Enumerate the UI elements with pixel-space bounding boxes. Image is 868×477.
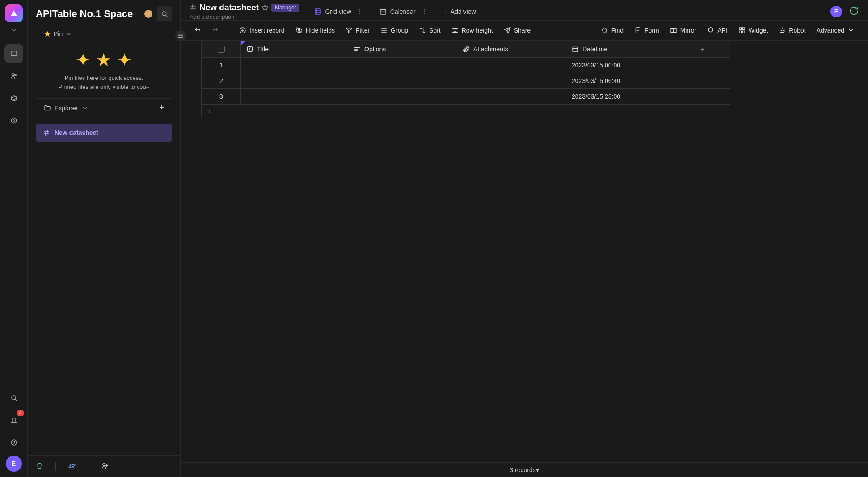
add-row-button[interactable]: + bbox=[202, 105, 730, 119]
sidebar-search-button[interactable] bbox=[157, 6, 172, 21]
chevron-down-icon bbox=[65, 30, 72, 38]
view-tab-grid-label: Grid view bbox=[325, 8, 351, 15]
cell-title[interactable] bbox=[241, 58, 348, 73]
explorer-add-button[interactable]: + bbox=[159, 103, 164, 113]
cell-datetime[interactable]: 2023/03/15 23:00 bbox=[566, 89, 675, 104]
svg-rect-59 bbox=[674, 28, 676, 32]
notification-badge: 4 bbox=[17, 410, 24, 416]
rail-chevron-down-icon[interactable] bbox=[10, 27, 17, 35]
cell-title[interactable] bbox=[241, 89, 348, 104]
rail-help-icon[interactable] bbox=[4, 433, 23, 452]
user-avatar[interactable]: E bbox=[830, 6, 842, 17]
column-header-options[interactable]: Options bbox=[348, 41, 457, 57]
table-row[interactable]: 3 2023/03/15 23:00 bbox=[202, 89, 730, 105]
workspace-status-icon[interactable]: ⟋ bbox=[144, 10, 152, 18]
footer-trash-icon[interactable] bbox=[36, 462, 43, 471]
share-button[interactable]: Share bbox=[499, 24, 535, 37]
row-number[interactable]: 2 bbox=[202, 73, 241, 88]
find-button[interactable]: Find bbox=[597, 24, 628, 37]
hash-icon bbox=[43, 129, 50, 136]
footer-planet-icon[interactable] bbox=[68, 462, 76, 471]
svg-point-3 bbox=[14, 74, 16, 76]
cell-options[interactable] bbox=[348, 58, 457, 73]
cell-attachments[interactable] bbox=[457, 58, 566, 73]
filter-button[interactable]: Filter bbox=[341, 24, 374, 37]
redo-button[interactable] bbox=[207, 24, 223, 37]
rail-explore-icon[interactable] bbox=[4, 89, 23, 108]
sidebar-file-new-datasheet[interactable]: New datasheet bbox=[36, 124, 172, 142]
row-height-button[interactable]: Row height bbox=[447, 24, 497, 37]
cell-attachments[interactable] bbox=[457, 73, 566, 88]
table-row[interactable]: 2 2023/03/15 06:40 bbox=[202, 73, 730, 89]
svg-rect-0 bbox=[11, 51, 17, 55]
cell-datetime[interactable]: 2023/03/15 00:00 bbox=[566, 58, 675, 73]
toolbar-right: Find Form Mirror API Widget Robot Advanc… bbox=[597, 24, 859, 37]
view-tab-grid[interactable]: Grid view ⋮ bbox=[308, 4, 371, 19]
view-tab-grid-menu[interactable]: ⋮ bbox=[355, 8, 365, 15]
add-view-button[interactable]: + Add view bbox=[437, 4, 482, 19]
top-row: New datasheet Manager Add a description … bbox=[181, 0, 868, 20]
rail-workspace-icon[interactable] bbox=[4, 44, 23, 63]
cell-options[interactable] bbox=[348, 73, 457, 88]
view-tab-calendar[interactable]: Calendar ⋮ bbox=[373, 4, 435, 19]
sidebar-footer bbox=[28, 455, 180, 477]
cell-attachments[interactable] bbox=[457, 89, 566, 104]
sidebar-pin-header[interactable]: Pin bbox=[36, 28, 172, 42]
rail-settings-icon[interactable] bbox=[4, 111, 23, 130]
svg-line-30 bbox=[194, 5, 194, 10]
column-header-title[interactable]: Title bbox=[241, 41, 348, 57]
refresh-icon[interactable] bbox=[849, 6, 859, 17]
row-number[interactable]: 3 bbox=[202, 89, 241, 104]
header-checkbox-cell[interactable] bbox=[202, 41, 241, 57]
group-button[interactable]: Group bbox=[376, 24, 413, 37]
add-column-button[interactable]: + bbox=[675, 41, 729, 57]
column-header-datetime[interactable]: Datetime bbox=[566, 41, 675, 57]
undo-button[interactable] bbox=[190, 24, 206, 37]
cell-title[interactable] bbox=[241, 73, 348, 88]
row-number[interactable]: 1 bbox=[202, 58, 241, 73]
svg-marker-6 bbox=[11, 118, 16, 123]
svg-line-54 bbox=[606, 32, 607, 33]
insert-record-button[interactable]: Insert record bbox=[235, 24, 289, 37]
svg-point-66 bbox=[781, 30, 782, 31]
rail-notifications-icon[interactable]: 4 bbox=[4, 411, 23, 430]
rail-avatar[interactable]: E bbox=[6, 456, 22, 472]
advanced-button[interactable]: Advanced bbox=[812, 24, 859, 37]
svg-line-29 bbox=[192, 5, 192, 10]
mirror-button[interactable]: Mirror bbox=[666, 24, 701, 37]
app-logo[interactable] bbox=[5, 4, 23, 22]
top-right: E bbox=[830, 6, 859, 17]
api-button[interactable]: API bbox=[703, 24, 732, 37]
table-row[interactable]: 1 2023/03/15 00:00 bbox=[202, 58, 730, 73]
cell-options[interactable] bbox=[348, 89, 457, 104]
favorite-star-icon[interactable] bbox=[261, 4, 269, 11]
select-all-checkbox[interactable] bbox=[218, 46, 225, 53]
role-tag: Manager bbox=[271, 4, 299, 12]
sidebar-explorer-header[interactable]: Explorer + bbox=[36, 98, 172, 117]
svg-rect-62 bbox=[742, 28, 745, 30]
svg-line-17 bbox=[45, 130, 46, 135]
svg-line-13 bbox=[166, 15, 167, 17]
dropdown-caret-icon: ▾ bbox=[536, 466, 539, 473]
pin-empty-state: ✦ ★ ✦ Pin files here for quick access. P… bbox=[28, 42, 180, 98]
hide-fields-button[interactable]: Hide fields bbox=[291, 24, 339, 37]
view-tab-calendar-label: Calendar bbox=[390, 8, 416, 15]
widget-button[interactable]: Widget bbox=[734, 24, 773, 37]
main-area: New datasheet Manager Add a description … bbox=[181, 0, 868, 477]
robot-button[interactable]: Robot bbox=[774, 24, 810, 37]
view-tab-calendar-menu[interactable]: ⋮ bbox=[419, 8, 429, 15]
sort-button[interactable]: Sort bbox=[414, 24, 445, 37]
form-button[interactable]: Form bbox=[630, 24, 664, 37]
rail-search-icon[interactable] bbox=[4, 389, 23, 407]
sidebar-header: APITable No.1 Space ⟋ bbox=[28, 0, 180, 28]
footer-add-user-icon[interactable] bbox=[101, 462, 108, 471]
column-header-attachments[interactable]: Attachments bbox=[457, 41, 566, 57]
sidebar-collapse-button[interactable] bbox=[175, 30, 186, 41]
svg-point-67 bbox=[783, 30, 784, 31]
svg-marker-14 bbox=[44, 31, 50, 37]
datasheet-name[interactable]: New datasheet bbox=[199, 3, 259, 13]
datasheet-description[interactable]: Add a description bbox=[190, 13, 299, 20]
rail-contacts-icon[interactable] bbox=[4, 67, 23, 85]
cell-datetime[interactable]: 2023/03/15 06:40 bbox=[566, 73, 675, 88]
status-bar[interactable]: 3 records▾ bbox=[181, 462, 868, 477]
